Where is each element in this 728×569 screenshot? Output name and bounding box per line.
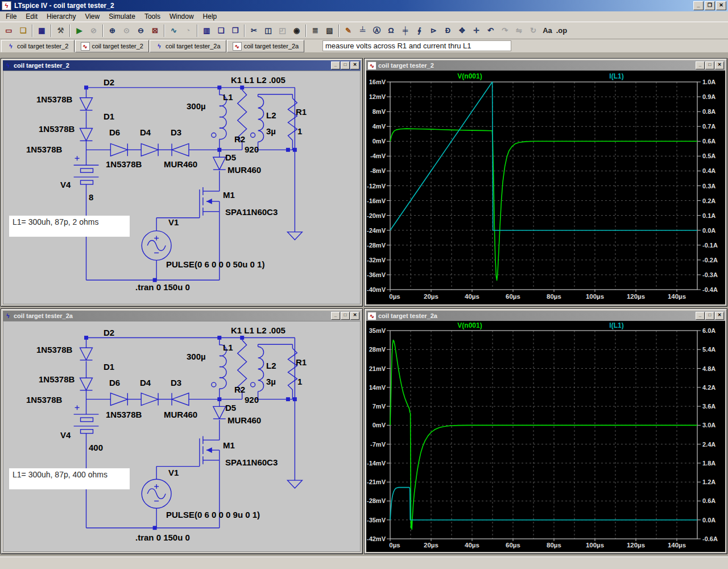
draw-wire-icon[interactable]: ✎: [341, 24, 355, 37]
component-label-k1[interactable]: K1 L1 L2 .005: [231, 76, 286, 85]
open-icon[interactable]: ❏: [16, 24, 30, 37]
component-label-tran[interactable]: .tran 0 150u 0: [135, 283, 190, 292]
component-label-mur460_1[interactable]: MUR460: [164, 410, 197, 419]
waveform-plot[interactable]: 35mV6.0A28mV5.4A21mV4.8A14mV4.2A7mV3.6A0…: [366, 321, 725, 552]
menu-edit[interactable]: Edit: [21, 12, 42, 21]
mirror-icon[interactable]: ⇋: [512, 24, 526, 37]
component-label-d2[interactable]: D2: [104, 78, 114, 87]
menu-view[interactable]: View: [80, 12, 104, 21]
child-minimize-button[interactable]: _: [696, 61, 705, 69]
place-label-icon[interactable]: Ⓐ: [370, 24, 384, 37]
component-label-m1type[interactable]: SPA11N60C3: [225, 208, 278, 217]
component-label-m1type[interactable]: SPA11N60C3: [225, 458, 278, 467]
child-titlebar[interactable]: ∿ coil target tester_2 _ □ ✕: [366, 60, 725, 71]
zoom-back-icon[interactable]: ⊙: [119, 24, 134, 37]
child-close-button[interactable]: ✕: [715, 61, 724, 69]
component-label-v1[interactable]: V1: [168, 218, 179, 227]
autorange-waveform-icon[interactable]: ∿: [167, 24, 181, 37]
component-label-m1[interactable]: M1: [223, 441, 235, 450]
cascade-windows-icon[interactable]: ❒: [228, 24, 242, 37]
schematic-note[interactable]: L1= 300uh, 87p, 400 ohms: [9, 468, 130, 489]
halt-icon[interactable]: ⊘: [86, 24, 101, 37]
pan-waveform-icon[interactable]: ◔: [181, 24, 195, 37]
component-label-v1[interactable]: V1: [168, 468, 179, 477]
undo-icon[interactable]: ↶: [483, 24, 498, 37]
component-label-pulse[interactable]: PULSE(0 6 0 0 0 50u 0 1): [166, 260, 264, 269]
child-minimize-button[interactable]: _: [331, 312, 340, 320]
component-label-d1[interactable]: D1: [104, 362, 114, 372]
child-maximize-button[interactable]: □: [341, 61, 350, 69]
child-close-button[interactable]: ✕: [350, 61, 359, 69]
component-label-d4[interactable]: D4: [140, 378, 151, 387]
component-label-n5378_4[interactable]: 1N5378B: [106, 160, 142, 169]
menu-tools[interactable]: Tools: [140, 12, 165, 21]
waveform-plot-area[interactable]: 35mV6.0A28mV5.4A21mV4.8A14mV4.2A7mV3.6A0…: [366, 321, 725, 552]
move-icon[interactable]: ✥: [455, 24, 469, 37]
legend-V(n001)[interactable]: V(n001): [457, 72, 482, 80]
rotate-icon[interactable]: ↻: [526, 24, 540, 37]
component-label-l2val[interactable]: 3µ: [266, 377, 276, 386]
legend-I(L1)[interactable]: I(L1): [609, 72, 623, 80]
child-maximize-button[interactable]: □: [705, 312, 714, 320]
spice-directive-icon[interactable]: .op: [555, 24, 569, 37]
component-label-v4val[interactable]: 400: [89, 443, 103, 452]
place-inductor-icon[interactable]: ∮: [412, 24, 427, 37]
component-label-n5378_1[interactable]: 1N5378B: [36, 95, 72, 104]
component-label-r2[interactable]: R2: [234, 385, 245, 394]
component-label-d3[interactable]: D3: [171, 128, 181, 137]
component-label-k1[interactable]: K1 L1 L2 .005: [231, 326, 286, 335]
zoom-full-extents-icon[interactable]: ⊠: [148, 24, 162, 37]
component-label-n5378_3[interactable]: 1N5378B: [26, 145, 62, 154]
copy-icon[interactable]: ◫: [261, 24, 275, 37]
component-label-l1val[interactable]: 300µ: [187, 352, 206, 361]
drag-icon[interactable]: ✛: [469, 24, 483, 37]
child-titlebar[interactable]: ∿ coil target tester_2a _ □ ✕: [366, 311, 725, 321]
component-label-v4val[interactable]: 8: [89, 193, 93, 202]
schematic-note[interactable]: L1= 300uh, 87p, 2 ohms: [9, 216, 130, 237]
component-label-d6[interactable]: D6: [109, 378, 120, 387]
close-button[interactable]: ✕: [716, 1, 726, 10]
component-label-d5[interactable]: D5: [225, 403, 236, 413]
component-label-l2[interactable]: L2: [266, 361, 276, 370]
child-minimize-button[interactable]: _: [696, 312, 705, 320]
waveform-plot-area[interactable]: 16mV1.0A12mV0.9A8mV0.8A4mV0.7A0mV0.6A-4m…: [366, 71, 725, 304]
menu-simulate[interactable]: Simulate: [104, 12, 140, 21]
component-label-d1[interactable]: D1: [104, 112, 114, 121]
child-minimize-button[interactable]: _: [331, 61, 340, 69]
component-label-v4[interactable]: V4: [60, 180, 71, 189]
child-close-button[interactable]: ✕: [350, 312, 359, 320]
component-label-l2[interactable]: L2: [266, 111, 276, 120]
component-label-r1[interactable]: R1: [296, 108, 307, 117]
tab-coil-target-tester_2a-waveform[interactable]: ∿coil target tester_2a: [227, 40, 305, 52]
place-text-icon[interactable]: Aa: [540, 24, 555, 37]
tab-coil-target-tester_2-waveform[interactable]: ∿coil target tester_2: [75, 40, 150, 52]
component-label-d5[interactable]: D5: [225, 153, 236, 162]
component-label-m1[interactable]: M1: [223, 191, 235, 200]
component-label-v4[interactable]: V4: [60, 431, 71, 440]
child-maximize-button[interactable]: □: [341, 312, 350, 320]
print-preview-icon[interactable]: ≣: [308, 24, 322, 37]
paste-icon[interactable]: ◰: [275, 24, 289, 37]
component-label-n5378_3[interactable]: 1N5378B: [26, 395, 62, 405]
control-panel-icon[interactable]: ⚒: [53, 24, 68, 37]
component-label-r1val[interactable]: 1: [297, 377, 302, 386]
zoom-in-icon[interactable]: ⊕: [105, 24, 119, 37]
component-label-l2val[interactable]: 3µ: [266, 127, 276, 136]
component-label-r2val[interactable]: 920: [245, 145, 259, 154]
child-maximize-button[interactable]: □: [705, 61, 714, 69]
component-label-mur460_2[interactable]: MUR460: [228, 166, 261, 175]
component-label-r2[interactable]: R2: [234, 135, 245, 144]
component-label-tran[interactable]: .tran 0 150u 0: [135, 533, 190, 542]
menu-help[interactable]: Help: [198, 12, 222, 21]
waveform-plot[interactable]: 16mV1.0A12mV0.9A8mV0.8A4mV0.7A0mV0.6A-4m…: [366, 71, 725, 304]
place-resistor-icon[interactable]: Ω: [384, 24, 398, 37]
schematic-canvas[interactable]: L1= 300uh, 87p, 2 ohms D21N5378BD11N5378…: [3, 71, 361, 304]
zoom-out-icon[interactable]: ⊖: [134, 24, 148, 37]
component-label-r1val[interactable]: 1: [297, 127, 302, 136]
tab-coil-target-tester_2a-schematic[interactable]: ϟcoil target tester_2a: [150, 40, 226, 52]
place-capacitor-icon[interactable]: ╪: [398, 24, 412, 37]
component-label-d6[interactable]: D6: [109, 128, 120, 137]
child-close-button[interactable]: ✕: [715, 312, 724, 320]
run-icon[interactable]: ▶: [72, 24, 86, 37]
tile-vertical-icon[interactable]: ▥: [200, 24, 214, 37]
